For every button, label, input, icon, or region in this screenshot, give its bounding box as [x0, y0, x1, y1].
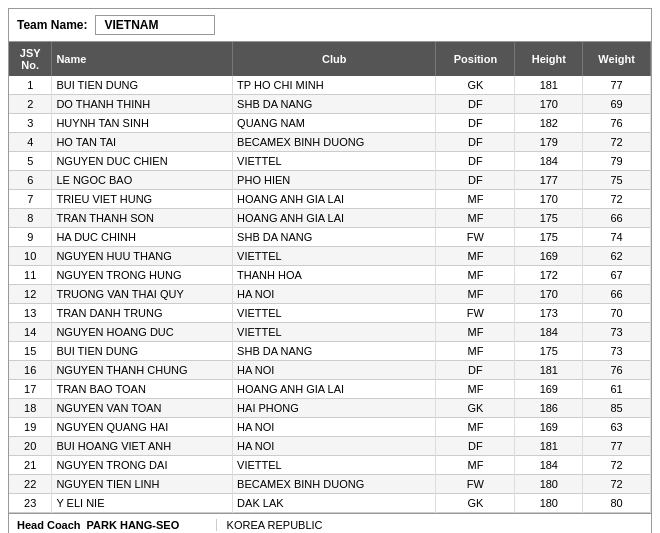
cell-weight: 80: [583, 494, 651, 513]
cell-name: BUI HOANG VIET ANH: [52, 437, 233, 456]
cell-jsy: 20: [9, 437, 52, 456]
coach-name: PARK HANG-SEO: [87, 519, 217, 531]
cell-position: FW: [436, 304, 515, 323]
cell-position: MF: [436, 266, 515, 285]
cell-height: 175: [515, 342, 583, 361]
cell-club: VIETTEL: [233, 456, 436, 475]
cell-jsy: 23: [9, 494, 52, 513]
footer: Head Coach PARK HANG-SEO KOREA REPUBLIC: [9, 513, 651, 533]
cell-height: 172: [515, 266, 583, 285]
cell-name: NGUYEN VAN TOAN: [52, 399, 233, 418]
table-row: 21NGUYEN TRONG DAIVIETTELMF18472: [9, 456, 651, 475]
cell-club: BECAMEX BINH DUONG: [233, 133, 436, 152]
cell-jsy: 7: [9, 190, 52, 209]
cell-position: DF: [436, 133, 515, 152]
cell-club: TP HO CHI MINH: [233, 76, 436, 95]
cell-weight: 66: [583, 209, 651, 228]
cell-name: BUI TIEN DUNG: [52, 76, 233, 95]
cell-name: HUYNH TAN SINH: [52, 114, 233, 133]
cell-weight: 72: [583, 133, 651, 152]
cell-name: NGUYEN TRONG HUNG: [52, 266, 233, 285]
cell-jsy: 22: [9, 475, 52, 494]
cell-weight: 77: [583, 437, 651, 456]
cell-name: TRAN THANH SON: [52, 209, 233, 228]
cell-position: MF: [436, 323, 515, 342]
cell-jsy: 9: [9, 228, 52, 247]
cell-name: DO THANH THINH: [52, 95, 233, 114]
cell-position: DF: [436, 95, 515, 114]
cell-jsy: 8: [9, 209, 52, 228]
table-row: 2DO THANH THINHSHB DA NANGDF17069: [9, 95, 651, 114]
cell-club: VIETTEL: [233, 152, 436, 171]
cell-weight: 73: [583, 323, 651, 342]
cell-name: HO TAN TAI: [52, 133, 233, 152]
table-row: 5NGUYEN DUC CHIENVIETTELDF18479: [9, 152, 651, 171]
cell-position: GK: [436, 494, 515, 513]
cell-weight: 66: [583, 285, 651, 304]
cell-jsy: 16: [9, 361, 52, 380]
table-row: 23Y ELI NIEDAK LAKGK18080: [9, 494, 651, 513]
cell-club: SHB DA NANG: [233, 228, 436, 247]
cell-position: DF: [436, 361, 515, 380]
col-header-name: Name: [52, 42, 233, 76]
cell-position: FW: [436, 475, 515, 494]
cell-name: NGUYEN TRONG DAI: [52, 456, 233, 475]
cell-jsy: 5: [9, 152, 52, 171]
cell-weight: 76: [583, 114, 651, 133]
cell-height: 177: [515, 171, 583, 190]
cell-name: TRIEU VIET HUNG: [52, 190, 233, 209]
cell-club: HOANG ANH GIA LAI: [233, 209, 436, 228]
cell-club: HOANG ANH GIA LAI: [233, 380, 436, 399]
cell-height: 184: [515, 152, 583, 171]
team-name: VIETNAM: [95, 15, 215, 35]
table-row: 16NGUYEN THANH CHUNGHA NOIDF18176: [9, 361, 651, 380]
cell-jsy: 10: [9, 247, 52, 266]
cell-height: 181: [515, 437, 583, 456]
table-row: 12TRUONG VAN THAI QUYHA NOIMF17066: [9, 285, 651, 304]
table-row: 17TRAN BAO TOANHOANG ANH GIA LAIMF16961: [9, 380, 651, 399]
cell-club: HA NOI: [233, 418, 436, 437]
head-coach-label: Head Coach: [17, 519, 81, 531]
cell-name: NGUYEN DUC CHIEN: [52, 152, 233, 171]
cell-name: NGUYEN THANH CHUNG: [52, 361, 233, 380]
cell-position: MF: [436, 342, 515, 361]
cell-weight: 75: [583, 171, 651, 190]
cell-height: 181: [515, 76, 583, 95]
cell-position: DF: [436, 152, 515, 171]
cell-club: VIETTEL: [233, 304, 436, 323]
cell-club: QUANG NAM: [233, 114, 436, 133]
cell-height: 182: [515, 114, 583, 133]
table-row: 15BUI TIEN DUNGSHB DA NANGMF17573: [9, 342, 651, 361]
cell-name: NGUYEN TIEN LINH: [52, 475, 233, 494]
cell-height: 170: [515, 190, 583, 209]
cell-jsy: 13: [9, 304, 52, 323]
cell-name: BUI TIEN DUNG: [52, 342, 233, 361]
cell-jsy: 19: [9, 418, 52, 437]
cell-club: SHB DA NANG: [233, 342, 436, 361]
cell-weight: 72: [583, 190, 651, 209]
table-row: 20BUI HOANG VIET ANHHA NOIDF18177: [9, 437, 651, 456]
cell-weight: 69: [583, 95, 651, 114]
cell-club: HOANG ANH GIA LAI: [233, 190, 436, 209]
cell-weight: 79: [583, 152, 651, 171]
cell-position: MF: [436, 456, 515, 475]
cell-weight: 61: [583, 380, 651, 399]
main-container: Team Name: VIETNAM JSY No. Name Club Pos…: [8, 8, 652, 533]
cell-position: DF: [436, 437, 515, 456]
table-row: 9HA DUC CHINHSHB DA NANGFW17574: [9, 228, 651, 247]
cell-height: 170: [515, 285, 583, 304]
cell-club: SHB DA NANG: [233, 95, 436, 114]
cell-name: NGUYEN QUANG HAI: [52, 418, 233, 437]
cell-height: 186: [515, 399, 583, 418]
players-table: JSY No. Name Club Position Height Weight…: [9, 42, 651, 513]
cell-height: 181: [515, 361, 583, 380]
cell-jsy: 21: [9, 456, 52, 475]
table-row: 6LE NGOC BAOPHO HIENDF17775: [9, 171, 651, 190]
cell-club: HA NOI: [233, 437, 436, 456]
cell-club: HA NOI: [233, 361, 436, 380]
cell-height: 180: [515, 494, 583, 513]
cell-jsy: 1: [9, 76, 52, 95]
cell-height: 173: [515, 304, 583, 323]
cell-weight: 85: [583, 399, 651, 418]
cell-position: MF: [436, 380, 515, 399]
